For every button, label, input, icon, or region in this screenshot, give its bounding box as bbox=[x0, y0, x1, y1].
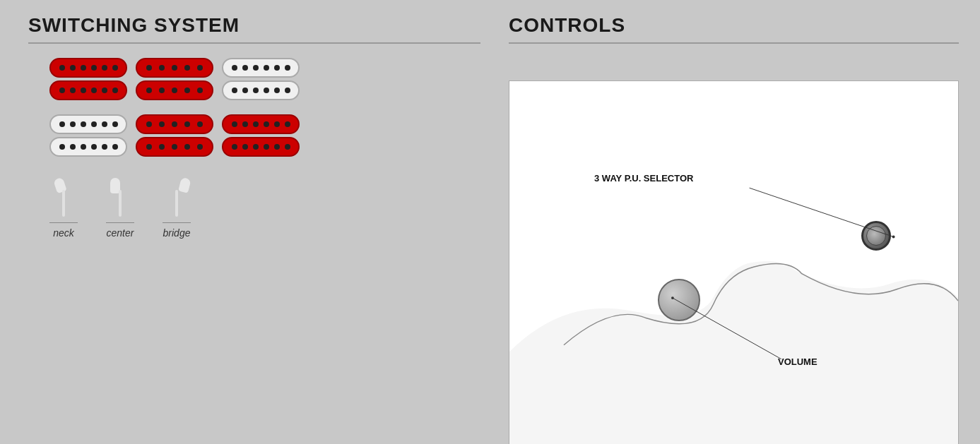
dot bbox=[159, 121, 165, 127]
switch-neck: neck bbox=[49, 178, 78, 239]
dot bbox=[253, 88, 259, 93]
dot bbox=[102, 144, 107, 150]
pickup-coil-white bbox=[49, 114, 127, 134]
dot bbox=[184, 88, 190, 93]
dot bbox=[242, 144, 248, 150]
dot bbox=[184, 144, 190, 150]
pickup-row-2 bbox=[49, 114, 480, 157]
dot bbox=[274, 121, 280, 127]
controls-title: CONTROLS bbox=[509, 14, 959, 37]
dot bbox=[91, 144, 97, 150]
dot bbox=[274, 88, 280, 93]
dot bbox=[264, 88, 269, 93]
dot bbox=[91, 121, 97, 127]
dot bbox=[159, 65, 165, 71]
pickup-center-bottom bbox=[136, 114, 213, 157]
dot bbox=[59, 121, 65, 127]
dot bbox=[242, 88, 248, 93]
dot bbox=[264, 65, 269, 71]
dot bbox=[264, 144, 269, 150]
dot bbox=[102, 88, 107, 93]
dot bbox=[70, 88, 76, 93]
dot bbox=[197, 121, 203, 127]
pickup-coil-red bbox=[49, 80, 127, 100]
dot bbox=[146, 121, 152, 127]
dot bbox=[172, 121, 177, 127]
pickup-coil-red bbox=[136, 114, 213, 134]
dot bbox=[184, 121, 190, 127]
pickup-coil-red bbox=[136, 80, 213, 100]
dot bbox=[253, 121, 259, 127]
dot bbox=[112, 88, 118, 93]
dot bbox=[81, 144, 86, 150]
switch-base-neck bbox=[49, 222, 78, 223]
pickup-coil-white bbox=[222, 80, 300, 100]
dot bbox=[253, 144, 259, 150]
right-divider bbox=[509, 42, 959, 44]
dot bbox=[285, 144, 290, 150]
switch-toggle-center bbox=[114, 178, 126, 217]
dot bbox=[232, 88, 237, 93]
controls-diagram: 3 WAY P.U. SELECTOR VOLUME bbox=[509, 80, 959, 444]
pickup-center-top bbox=[136, 58, 213, 100]
dot bbox=[285, 121, 290, 127]
pickup-row-1 bbox=[49, 58, 480, 100]
dot bbox=[112, 65, 118, 71]
dot bbox=[197, 65, 203, 71]
dot bbox=[242, 121, 248, 127]
dot bbox=[112, 121, 118, 127]
dot bbox=[232, 121, 237, 127]
pickup-coil-red bbox=[136, 137, 213, 157]
right-panel: CONTROLS bbox=[495, 7, 966, 437]
pickup-coil-white bbox=[49, 137, 127, 157]
switch-toggle-neck bbox=[57, 178, 70, 217]
switch-label-center: center bbox=[107, 227, 134, 239]
dot bbox=[70, 144, 76, 150]
dot bbox=[81, 121, 86, 127]
dot bbox=[102, 121, 107, 127]
switch-toggle-bridge bbox=[170, 178, 183, 217]
pickup-coil-red bbox=[136, 58, 213, 78]
switch-base-center bbox=[106, 222, 134, 223]
left-divider bbox=[28, 42, 480, 44]
dot bbox=[159, 144, 165, 150]
dot bbox=[264, 121, 269, 127]
volume-knob[interactable] bbox=[658, 279, 700, 321]
pickup-coil-red bbox=[222, 114, 300, 134]
switch-base-bridge bbox=[163, 222, 191, 223]
dot bbox=[81, 65, 86, 71]
switch-stem-bridge bbox=[175, 190, 178, 217]
dot bbox=[159, 88, 165, 93]
dot bbox=[146, 65, 152, 71]
switch-center: center bbox=[106, 178, 134, 239]
switch-tip-bridge bbox=[178, 177, 191, 193]
dot bbox=[91, 65, 97, 71]
pickup-bridge-bottom bbox=[222, 114, 300, 157]
dot bbox=[70, 65, 76, 71]
dot bbox=[285, 65, 290, 71]
pickup-neck-bottom bbox=[49, 114, 127, 157]
dot bbox=[172, 65, 177, 71]
selector-knob[interactable] bbox=[861, 221, 891, 251]
switch-stem-center bbox=[119, 190, 122, 217]
dot bbox=[59, 144, 65, 150]
dot bbox=[197, 88, 203, 93]
main-container: SWITCHING SYSTEM bbox=[0, 0, 980, 444]
dot bbox=[59, 65, 65, 71]
switch-bridge: bridge bbox=[163, 178, 191, 239]
switching-system-title: SWITCHING SYSTEM bbox=[28, 14, 480, 37]
switch-label-bridge: bridge bbox=[163, 227, 191, 239]
dot bbox=[146, 88, 152, 93]
dot bbox=[232, 144, 237, 150]
pickup-coil-red bbox=[49, 58, 127, 78]
dot bbox=[172, 144, 177, 150]
dot bbox=[274, 65, 280, 71]
dot bbox=[91, 88, 97, 93]
dot bbox=[146, 144, 152, 150]
dot bbox=[274, 144, 280, 150]
dot bbox=[70, 121, 76, 127]
switch-section: neck center bridge bbox=[49, 178, 480, 239]
guitar-body-svg bbox=[509, 81, 958, 444]
dot bbox=[172, 88, 177, 93]
left-panel: SWITCHING SYSTEM bbox=[14, 7, 495, 437]
